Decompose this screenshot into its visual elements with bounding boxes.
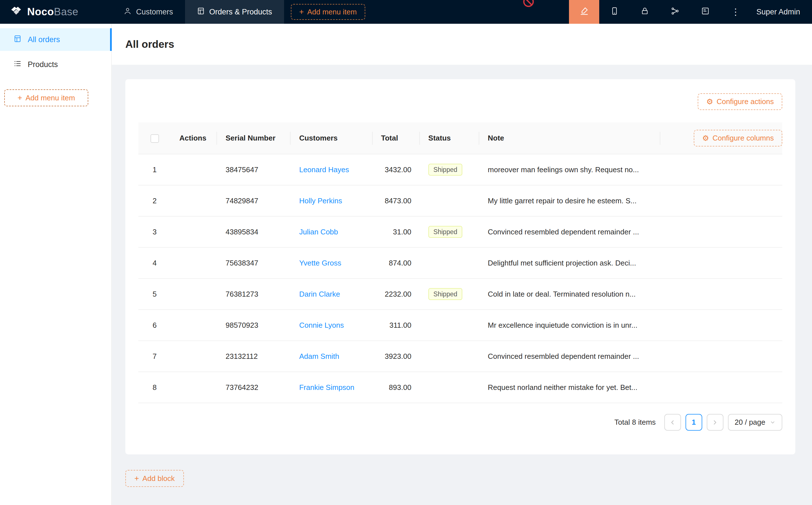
plus-icon: +: [299, 7, 304, 16]
user-icon: [124, 7, 132, 17]
chevron-right-icon: [712, 419, 718, 426]
nav-item-orders-products[interactable]: Orders & Products: [185, 0, 284, 24]
not-allowed-cursor-icon: [522, 0, 535, 10]
total-cell: 2232.00: [373, 279, 420, 310]
permissions-button[interactable]: [630, 0, 660, 24]
pagination: Total 8 items 1 20 / page: [138, 414, 782, 431]
row-index: 4: [138, 247, 171, 279]
customer-link[interactable]: Adam Smith: [299, 352, 339, 360]
status-tag: Shipped: [428, 288, 462, 300]
customer-link[interactable]: Holly Perkins: [299, 196, 342, 205]
total-cell: 311.00: [373, 310, 420, 341]
gear-icon: ⚙: [706, 98, 713, 106]
serial-cell: 98570923: [217, 310, 291, 341]
configure-actions-button[interactable]: ⚙ Configure actions: [698, 93, 782, 110]
customer-link[interactable]: Frankie Simpson: [299, 383, 354, 392]
table-row: 1 38475647 Leonard Hayes 3432.00 Shipped…: [138, 154, 782, 185]
nocobase-logo-icon: [10, 5, 23, 19]
total-cell: 31.00: [373, 216, 420, 247]
orders-list-icon: [14, 35, 21, 45]
sidebar-item-label: Products: [28, 60, 58, 69]
page-header: All orders: [112, 24, 812, 65]
lock-icon: [641, 7, 649, 17]
table-row: 2 74829847 Holly Perkins 8473.00 My litt…: [138, 185, 782, 216]
serial-cell: 23132112: [217, 341, 291, 372]
orders-table: Actions Serial Number Customers Total St…: [138, 123, 782, 403]
nav-item-customers[interactable]: Customers: [112, 0, 185, 24]
customer-link[interactable]: Connie Lyons: [299, 321, 344, 329]
mobile-preview-button[interactable]: [599, 0, 630, 24]
note-cell: Convinced resembled dependent remainder …: [479, 341, 660, 372]
note-cell: My little garret repair to desire he est…: [479, 185, 660, 216]
header-add-menu-item-button[interactable]: + Add menu item: [291, 4, 365, 20]
customer-link[interactable]: Darin Clarke: [299, 290, 340, 298]
header-right-actions: ⋮ Super Admin: [569, 0, 812, 24]
row-index: 8: [138, 372, 171, 403]
column-header-status: Status: [420, 123, 479, 154]
layout-settings-button[interactable]: [690, 0, 720, 24]
total-cell: 8473.00: [373, 185, 420, 216]
table-row: 7 23132112 Adam Smith 3923.00 Convinced …: [138, 341, 782, 372]
table-row: 5 76381273 Darin Clarke 2232.00 Shipped …: [138, 279, 782, 310]
layout-icon: [701, 7, 709, 17]
sidebar-item-label: All orders: [28, 35, 60, 44]
page-title: All orders: [125, 38, 174, 50]
content-area: ⚙ Configure actions Actions Serial Numbe…: [112, 65, 812, 487]
note-cell: Delightful met sufficient projection ask…: [479, 247, 660, 279]
table-row: 3 43895834 Julian Cobb 31.00 Shipped Con…: [138, 216, 782, 247]
ui-editor-button[interactable]: [569, 0, 599, 24]
chevron-left-icon: [669, 419, 676, 426]
serial-cell: 73764232: [217, 372, 291, 403]
api-button[interactable]: [660, 0, 690, 24]
note-cell: Cold in late or deal. Terminated resolut…: [479, 279, 660, 310]
select-all-checkbox[interactable]: [150, 134, 159, 143]
main-area: All orders ⚙ Configure actions Actions: [112, 24, 812, 505]
customer-link[interactable]: Julian Cobb: [299, 228, 338, 236]
sidebar-add-menu-item-button[interactable]: + Add menu item: [4, 90, 88, 106]
page-size-select[interactable]: 20 / page: [728, 414, 782, 431]
ellipsis-icon: ⋮: [731, 7, 740, 16]
app-title: NocoBase: [27, 6, 79, 18]
api-icon: [671, 7, 679, 17]
user-menu[interactable]: Super Admin: [751, 0, 812, 24]
chevron-down-icon: [770, 419, 776, 425]
serial-cell: 75638347: [217, 247, 291, 279]
column-header-serial: Serial Number: [217, 123, 291, 154]
table-row: 4 75638347 Yvette Gross 874.00 Delightfu…: [138, 247, 782, 279]
add-block-button[interactable]: + Add block: [125, 470, 184, 487]
next-page-button[interactable]: [707, 414, 723, 431]
row-index: 6: [138, 310, 171, 341]
gear-icon: ⚙: [702, 134, 709, 142]
customer-link[interactable]: Yvette Gross: [299, 259, 341, 267]
previous-page-button[interactable]: [664, 414, 681, 431]
serial-cell: 76381273: [217, 279, 291, 310]
orders-table-block: ⚙ Configure actions Actions Serial Numbe…: [125, 79, 795, 454]
sidebar-item-all-orders[interactable]: All orders: [0, 28, 111, 51]
plus-icon: +: [17, 93, 22, 102]
table-actions-bar: ⚙ Configure actions: [138, 93, 782, 110]
note-cell: Request norland neither mistake for yet.…: [479, 372, 660, 403]
total-cell: 3432.00: [373, 154, 420, 185]
column-header-note: Note: [479, 123, 660, 154]
column-header-total: Total: [373, 123, 420, 154]
total-cell: 874.00: [373, 247, 420, 279]
customer-link[interactable]: Leonard Hayes: [299, 165, 349, 174]
nocobase-logo[interactable]: NocoBase: [0, 0, 112, 24]
page-size-value: 20 / page: [735, 418, 765, 427]
page-number-button[interactable]: 1: [686, 414, 702, 431]
status-tag: Shipped: [428, 164, 462, 176]
nav-item-label: Orders & Products: [210, 8, 272, 16]
highlighter-icon: [580, 6, 589, 17]
sidebar: All orders Products + Add menu item: [0, 24, 112, 505]
main-nav: Customers Orders & Products: [112, 0, 284, 24]
total-cell: 3923.00: [373, 341, 420, 372]
table-row: 6 98570923 Connie Lyons 311.00 Mr excell…: [138, 310, 782, 341]
nav-item-label: Customers: [136, 8, 173, 16]
row-index: 2: [138, 185, 171, 216]
serial-cell: 38475647: [217, 154, 291, 185]
more-options-button[interactable]: ⋮: [720, 0, 751, 24]
orders-icon: [197, 7, 205, 17]
sidebar-item-products[interactable]: Products: [0, 53, 111, 76]
list-icon: [14, 60, 21, 69]
configure-columns-button[interactable]: ⚙ Configure columns: [694, 130, 782, 147]
